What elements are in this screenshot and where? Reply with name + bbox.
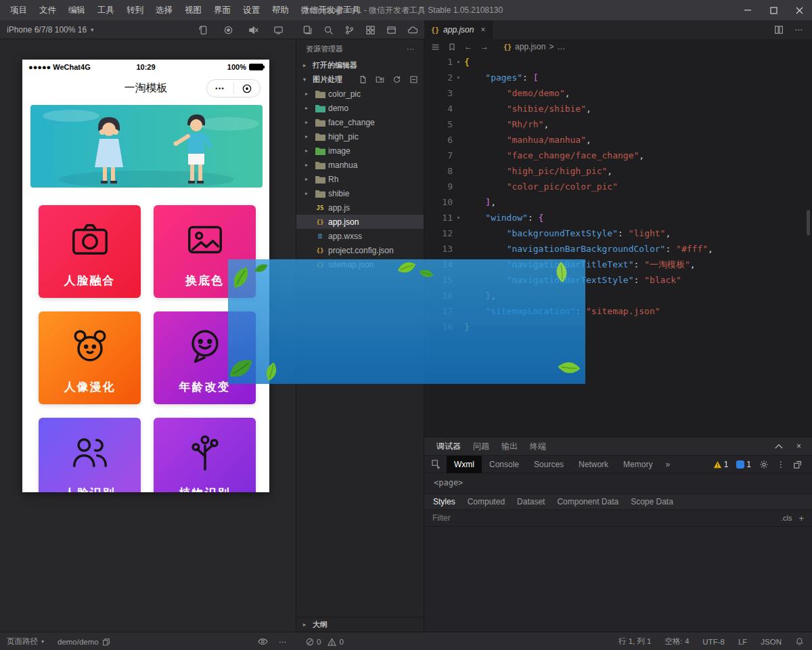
tree-folder-face_change[interactable]: ▸face_change xyxy=(296,115,424,129)
styles-tab-Computed[interactable]: Computed xyxy=(461,497,511,506)
settings-gear-icon[interactable] xyxy=(759,460,769,469)
menu-项目[interactable]: 项目 xyxy=(4,5,33,16)
maximize-button[interactable] xyxy=(761,0,786,20)
devtools-tab-Sources[interactable]: Sources xyxy=(526,456,571,473)
feature-card-植物识别[interactable]: 植物识别 xyxy=(154,418,256,492)
tree-folder-high_pic[interactable]: ▸high_pic xyxy=(296,129,424,144)
menu-文件[interactable]: 文件 xyxy=(33,5,62,16)
forward-icon[interactable]: → xyxy=(480,42,489,51)
inspect-element-icon[interactable] xyxy=(431,459,441,469)
bookmark-icon[interactable] xyxy=(448,43,456,51)
tree-folder-Rh[interactable]: ▸Rh xyxy=(296,172,424,186)
copy-icon[interactable] xyxy=(102,638,110,646)
fold-chevron-icon[interactable]: ▾ xyxy=(453,210,464,225)
rotate-device-icon[interactable] xyxy=(198,25,208,35)
collapse-icon[interactable] xyxy=(409,75,418,84)
styles-tab-Dataset[interactable]: Dataset xyxy=(511,497,551,506)
tree-folder-color_pic[interactable]: ▸color_pic xyxy=(296,87,424,101)
close-panel-icon[interactable]: × xyxy=(796,441,801,451)
tree-file-project.config.json[interactable]: {}project.config.json xyxy=(296,243,424,257)
more-icon[interactable]: ⋯ xyxy=(279,632,287,650)
warning-badge[interactable]: 1 xyxy=(713,460,729,469)
wxml-dom-tree[interactable]: <page> xyxy=(424,473,812,494)
tree-file-app.wxss[interactable]: ≡app.wxss xyxy=(296,229,424,243)
menu-转到[interactable]: 转到 xyxy=(120,5,150,16)
language-mode[interactable]: JSON xyxy=(761,638,782,646)
clipboard-icon[interactable] xyxy=(302,25,313,35)
tree-folder-demo[interactable]: ▸demo xyxy=(296,101,424,115)
more-icon[interactable]: ⋯ xyxy=(407,45,414,53)
menu-界面[interactable]: 界面 xyxy=(208,5,237,16)
menu-设置[interactable]: 设置 xyxy=(237,5,266,16)
feature-card-人像漫化[interactable]: 人像漫化 xyxy=(39,311,141,404)
tree-folder-image[interactable]: ▸image xyxy=(296,144,424,158)
tree-folder-manhua[interactable]: ▸manhua xyxy=(296,158,424,172)
fold-chevron-icon[interactable]: ▾ xyxy=(453,70,464,85)
fold-chevron-icon[interactable]: ▾ xyxy=(453,54,464,70)
message-badge[interactable]: 1 xyxy=(736,460,751,469)
tab-app-json[interactable]: {} app.json × xyxy=(424,20,493,39)
open-editors-section[interactable]: ▸ 打开的编辑器 xyxy=(296,58,424,72)
tree-file-app.json[interactable]: {}app.json xyxy=(296,215,424,229)
menu-编辑[interactable]: 编辑 xyxy=(62,5,91,16)
editor-scrollbar[interactable] xyxy=(807,210,810,236)
more-dots-icon[interactable]: ••• xyxy=(207,85,233,92)
encoding-setting[interactable]: UTF-8 xyxy=(702,638,725,646)
mute-icon[interactable] xyxy=(248,25,258,35)
devtools-tab-Console[interactable]: Console xyxy=(482,456,526,473)
window-icon[interactable] xyxy=(386,25,397,35)
page-path-selector[interactable]: 页面路径 ▾ xyxy=(7,632,44,650)
expand-panel-icon[interactable] xyxy=(775,443,783,449)
tree-file-app.js[interactable]: JSapp.js xyxy=(296,200,424,215)
banner-illustration[interactable] xyxy=(30,105,263,188)
home-icon[interactable] xyxy=(234,83,261,94)
styles-tab-Scope-Data[interactable]: Scope Data xyxy=(625,497,679,506)
more-icon[interactable]: ⋯ xyxy=(794,25,803,35)
eol-setting[interactable]: LF xyxy=(738,638,747,646)
cls-toggle[interactable]: .cls xyxy=(781,514,792,522)
close-button[interactable] xyxy=(786,0,812,20)
cursor-position[interactable]: 行 1, 列 1 xyxy=(618,636,652,647)
feature-card-人脸识别[interactable]: 人脸识别 xyxy=(39,418,141,492)
menu-icon[interactable] xyxy=(431,43,440,51)
styles-tab-Component-Data[interactable]: Component Data xyxy=(551,497,625,506)
branch-icon[interactable] xyxy=(344,25,355,35)
monitor-icon[interactable] xyxy=(273,25,284,35)
record-icon[interactable] xyxy=(223,25,233,35)
menu-工具[interactable]: 工具 xyxy=(91,5,120,16)
problems-indicator[interactable]: 0 0 xyxy=(306,632,344,650)
devtools-tab-Wxml[interactable]: Wxml xyxy=(447,456,482,473)
indent-setting[interactable]: 空格: 4 xyxy=(665,636,690,647)
capsule-button[interactable]: ••• xyxy=(206,79,261,98)
debugger-tab-输出[interactable]: 输出 xyxy=(501,441,518,452)
tab-close-icon[interactable]: × xyxy=(480,25,485,35)
search-icon[interactable] xyxy=(323,25,334,35)
styles-tab-Styles[interactable]: Styles xyxy=(427,497,461,506)
device-selector[interactable]: iPhone 6/7/8 100% 16 ▾ xyxy=(7,20,94,39)
grid-icon[interactable] xyxy=(365,25,376,35)
split-editor-icon[interactable] xyxy=(774,25,784,35)
minimize-button[interactable] xyxy=(735,0,761,20)
back-icon[interactable]: ← xyxy=(464,42,472,51)
debugger-tab-终端[interactable]: 终端 xyxy=(530,441,546,452)
new-folder-icon[interactable] xyxy=(376,75,384,84)
breadcrumb-file[interactable]: {} app.json > … xyxy=(503,42,565,51)
refresh-icon[interactable] xyxy=(392,75,401,84)
menu-视图[interactable]: 视图 xyxy=(179,5,208,16)
debugger-tab-问题[interactable]: 问题 xyxy=(473,441,489,452)
debugger-tab-调试器[interactable]: 调试器 xyxy=(436,441,461,452)
eye-icon[interactable] xyxy=(258,632,268,650)
menu-选择[interactable]: 选择 xyxy=(150,5,179,16)
devtools-tab-Network[interactable]: Network xyxy=(571,456,616,473)
styles-filter-input[interactable] xyxy=(432,513,774,523)
kebab-menu-icon[interactable]: ⋮ xyxy=(777,460,785,469)
project-section[interactable]: ▾ 图片处理 xyxy=(296,72,424,87)
current-page-path[interactable]: demo/demo xyxy=(58,632,110,650)
new-file-icon[interactable] xyxy=(359,75,367,84)
add-style-button[interactable]: + xyxy=(798,513,804,523)
menu-帮助[interactable]: 帮助 xyxy=(266,5,295,16)
cloud-icon[interactable] xyxy=(407,25,418,35)
outline-section[interactable]: ▸ 大纲 xyxy=(296,617,424,632)
undock-icon[interactable] xyxy=(793,460,803,469)
devtools-tab-Memory[interactable]: Memory xyxy=(616,456,660,473)
